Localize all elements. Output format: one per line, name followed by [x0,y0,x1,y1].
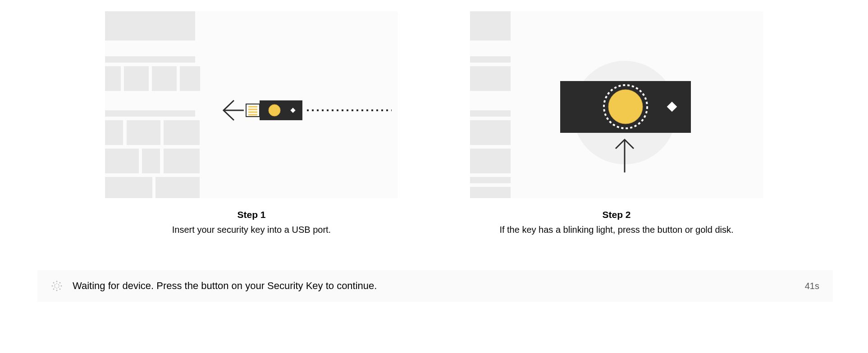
svg-rect-6 [260,100,302,120]
step-2-description: If the key has a blinking light, press t… [499,225,733,235]
status-message: Waiting for device. Press the button on … [73,280,377,292]
svg-point-16 [59,282,61,284]
step-1-card: Step 1 Insert your security key into a U… [105,11,398,235]
step-1-illustration [105,11,398,198]
security-key-insert-icon [221,97,393,124]
step-2-illustration [470,11,763,198]
svg-point-28 [55,287,55,288]
countdown-timer: 41s [805,281,819,291]
svg-point-21 [52,285,53,287]
step-2-card: Step 2 If the key has a blinking light, … [470,11,763,235]
svg-point-24 [58,284,59,285]
step-1-description: Insert your security key into a USB port… [172,225,331,235]
loading-spinner-icon [51,280,63,292]
svg-point-12 [608,90,643,124]
svg-point-7 [269,104,280,116]
svg-point-15 [56,281,58,282]
svg-point-18 [59,289,61,290]
security-key-press-icon [560,81,691,133]
step-1-title: Step 1 [237,209,265,220]
svg-point-30 [55,284,55,285]
laptop-graphic [105,11,195,198]
arrow-up-icon [613,137,636,173]
status-bar: Waiting for device. Press the button on … [37,270,833,302]
svg-point-19 [56,290,58,291]
svg-point-23 [56,283,57,284]
list-graphic [470,11,511,198]
svg-point-20 [53,289,55,290]
steps-container: Step 1 Insert your security key into a U… [0,0,868,235]
svg-point-26 [58,287,59,288]
svg-point-22 [53,282,55,284]
svg-point-29 [54,285,55,286]
status-left: Waiting for device. Press the button on … [51,280,377,292]
svg-point-17 [61,285,62,287]
step-2-title: Step 2 [602,209,630,220]
svg-point-27 [56,288,57,289]
svg-point-25 [59,285,59,286]
